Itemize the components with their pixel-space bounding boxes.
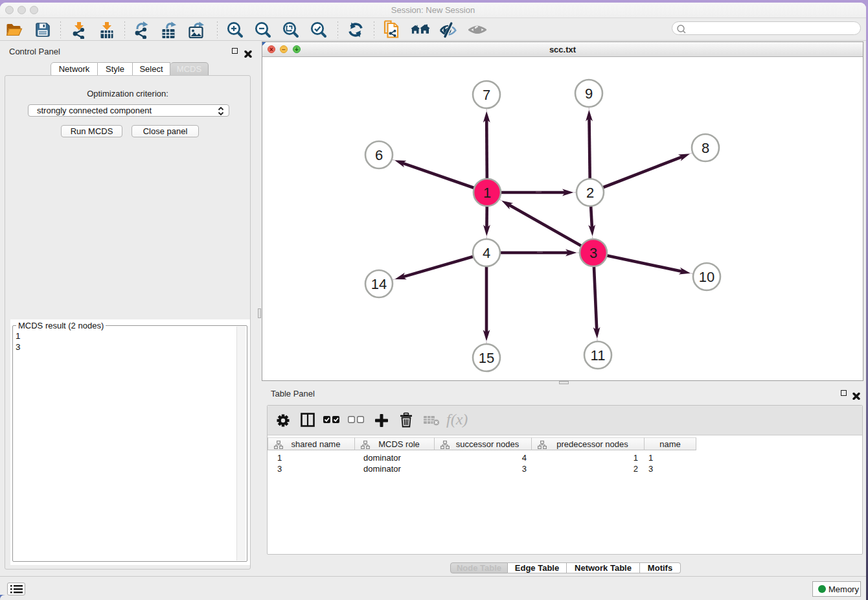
svg-text:11: 11 bbox=[591, 347, 606, 363]
svg-text:6: 6 bbox=[375, 147, 383, 163]
svg-text:15: 15 bbox=[479, 350, 494, 366]
svg-text:14: 14 bbox=[371, 276, 387, 292]
svg-text:8: 8 bbox=[702, 140, 709, 156]
svg-text:1: 1 bbox=[483, 185, 491, 201]
svg-text:7: 7 bbox=[483, 87, 490, 103]
svg-text:2: 2 bbox=[586, 185, 594, 201]
svg-text:4: 4 bbox=[483, 245, 490, 261]
svg-text:10: 10 bbox=[699, 269, 714, 285]
svg-text:9: 9 bbox=[585, 86, 593, 102]
svg-text:3: 3 bbox=[589, 245, 597, 261]
